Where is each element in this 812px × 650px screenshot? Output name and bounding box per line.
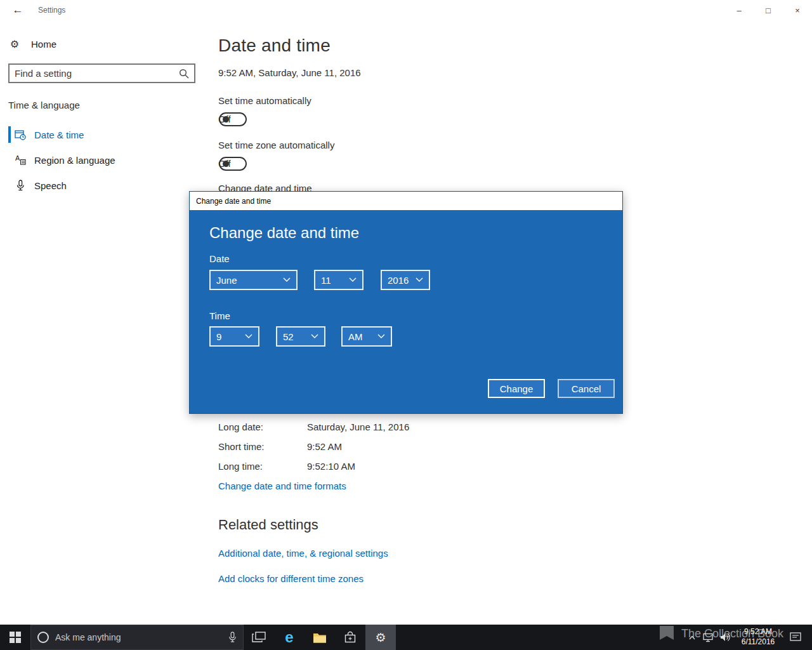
format-row-short-time: Short time: 9:52 AM (218, 441, 342, 452)
clock-date: 6/11/2016 (733, 637, 783, 647)
minimize-button[interactable]: – (724, 0, 754, 20)
year-value: 2016 (388, 275, 409, 286)
format-label: Short time: (218, 441, 307, 452)
maximize-button[interactable]: □ (754, 0, 783, 20)
taskbar-clock[interactable]: 9:52 AM 6/11/2016 (733, 627, 783, 647)
close-button[interactable]: × (783, 0, 812, 20)
format-row-long-time: Long time: 9:52:10 AM (218, 461, 355, 472)
action-center-icon (790, 632, 801, 642)
nav-item-label: Date & time (34, 129, 84, 140)
sidebar-item-speech[interactable]: Speech (0, 173, 209, 198)
sidebar-section-label: Time & language (8, 100, 80, 110)
window-controls: – □ × (724, 0, 812, 20)
maximize-icon: □ (766, 6, 771, 15)
network-status-button[interactable] (700, 625, 717, 650)
sidebar: ⚙ Home Time & language Date & time A (0, 20, 209, 625)
date-label: Date (209, 253, 230, 264)
format-value: 9:52 AM (307, 441, 342, 452)
minimize-icon: – (737, 6, 741, 15)
cortana-icon (37, 632, 49, 643)
gear-icon: ⚙ (375, 632, 386, 644)
home-label: Home (31, 39, 56, 50)
minute-dropdown[interactable]: 52 (276, 326, 325, 347)
region-language-icon: A (14, 154, 27, 166)
file-explorer-button[interactable] (304, 625, 335, 650)
hour-dropdown[interactable]: 9 (209, 326, 259, 347)
network-icon (703, 633, 714, 642)
set-time-auto-label: Set time automatically (218, 95, 311, 106)
minute-value: 52 (283, 331, 294, 342)
set-zone-auto-state: Off (218, 158, 231, 169)
settings-taskbar-button[interactable]: ⚙ (365, 625, 396, 650)
microphone-icon (14, 180, 27, 191)
windows-logo-icon (10, 632, 21, 643)
action-center-button[interactable] (783, 625, 808, 650)
sidebar-nav: Date & time A Region & language Speech (0, 122, 209, 198)
time-label: Time (209, 310, 230, 321)
sidebar-item-date-time[interactable]: Date & time (0, 122, 209, 147)
format-label: Long date: (218, 421, 307, 432)
additional-settings-link[interactable]: Additional date, time, & regional settin… (218, 548, 388, 559)
speaker-icon (720, 633, 731, 642)
dialog-window-title: Change date and time (196, 197, 271, 206)
dialog-body: Change date and time Date June 11 2016 T… (190, 210, 622, 413)
edge-button[interactable]: e (274, 625, 304, 650)
dialog-titlebar[interactable]: Change date and time (190, 192, 622, 210)
settings-search-box[interactable] (8, 63, 195, 83)
month-value: June (216, 275, 237, 286)
set-time-auto-state: Off (218, 114, 231, 124)
titlebar: ← Settings – □ × (0, 0, 812, 20)
format-row-long-date: Long date: Saturday, June 11, 2016 (218, 421, 409, 432)
month-dropdown[interactable]: June (209, 270, 298, 290)
format-label: Long time: (218, 461, 307, 472)
tray-expand-button[interactable] (684, 625, 700, 650)
store-button[interactable] (335, 625, 365, 650)
close-icon: × (795, 6, 800, 15)
task-view-icon (252, 632, 266, 643)
store-bag-icon (344, 631, 357, 644)
chevron-down-icon (283, 277, 291, 282)
chevron-down-icon (311, 334, 318, 339)
system-tray: 9:52 AM 6/11/2016 (684, 625, 812, 650)
nav-item-label: Speech (34, 180, 67, 191)
sidebar-item-home[interactable]: ⚙ Home (8, 34, 56, 54)
set-zone-auto-label: Set time zone automatically (218, 140, 334, 150)
clock-time: 9:52 AM (733, 627, 783, 637)
ampm-dropdown[interactable]: AM (341, 326, 392, 347)
day-value: 11 (321, 275, 331, 286)
back-arrow-icon: ← (13, 4, 23, 17)
search-input[interactable] (10, 68, 174, 79)
add-clocks-link[interactable]: Add clocks for different time zones (218, 573, 363, 584)
selected-accent-bar (8, 126, 11, 143)
taskbar-search-input[interactable] (55, 632, 222, 642)
format-value: Saturday, June 11, 2016 (307, 421, 409, 432)
cortana-search-box[interactable] (30, 625, 244, 650)
cancel-button[interactable]: Cancel (558, 379, 615, 398)
chevron-down-icon (377, 334, 385, 339)
year-dropdown[interactable]: 2016 (381, 270, 430, 290)
sidebar-item-region-language[interactable]: A Region & language (0, 147, 209, 173)
hour-value: 9 (216, 331, 221, 342)
page-title: Date and time (218, 36, 331, 56)
related-settings-title: Related settings (218, 517, 318, 533)
app-title: Settings (38, 0, 65, 20)
volume-button[interactable] (717, 625, 733, 650)
edge-icon: e (285, 630, 293, 645)
ampm-value: AM (348, 331, 363, 342)
gear-icon: ⚙ (8, 38, 21, 50)
microphone-icon[interactable] (228, 632, 237, 643)
nav-item-label: Region & language (34, 155, 115, 166)
task-view-button[interactable] (244, 625, 274, 650)
start-button[interactable] (0, 625, 30, 650)
back-button[interactable]: ← (5, 0, 30, 20)
svg-text:A: A (15, 154, 20, 162)
chevron-down-icon (416, 277, 423, 282)
chevron-up-icon (689, 635, 695, 640)
chevron-down-icon (245, 334, 252, 339)
current-datetime: 9:52 AM, Saturday, June 11, 2016 (218, 67, 361, 78)
chevron-down-icon (349, 277, 357, 282)
day-dropdown[interactable]: 11 (314, 270, 363, 290)
change-formats-link[interactable]: Change date and time formats (218, 481, 346, 491)
change-button[interactable]: Change (488, 379, 545, 398)
dialog-heading: Change date and time (209, 224, 359, 242)
